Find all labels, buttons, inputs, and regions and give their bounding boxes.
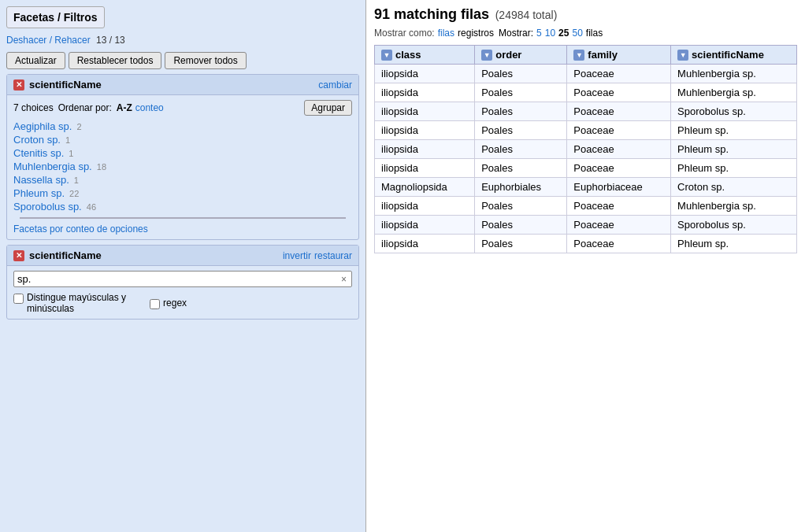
facet-item-link[interactable]: Muhlenbergia sp. — [13, 161, 92, 172]
filter-clear-icon[interactable]: × — [339, 274, 348, 285]
cell-scientificName: Phleum sp. — [671, 235, 797, 253]
facet-1-body: 7 choices Ordenar por: A-Z conteo Agrupa… — [7, 95, 358, 239]
col-label: family — [588, 49, 618, 61]
col-label: order — [495, 49, 521, 61]
facet-item-link[interactable]: Aegiphila sp. — [13, 120, 72, 132]
col-label: class — [395, 49, 421, 61]
facet-1-footer-link[interactable]: Facetas por conteo de opciones — [13, 224, 352, 235]
sort-az-link[interactable]: A-Z — [117, 102, 132, 113]
agrupar-button[interactable]: Agrupar — [304, 100, 352, 116]
facet-item-link[interactable]: Croton sp. — [13, 134, 61, 146]
col-label: scientificName — [692, 49, 764, 61]
facet-list-item: Muhlenbergia sp. 18 — [13, 161, 352, 172]
facet-divider — [20, 217, 346, 219]
panel-title: Facetas / Filtros — [6, 6, 105, 28]
col-filter-icon[interactable]: ▼ — [573, 50, 584, 61]
cell-class: iliopsida — [375, 159, 475, 178]
cell-order: Poales — [475, 83, 567, 102]
facet-item-link[interactable]: Sporobolus sp. — [13, 201, 82, 212]
facet-2-restaurar-link[interactable]: restaurar — [314, 250, 352, 261]
facet-item-link[interactable]: Ctenitis sp. — [13, 147, 64, 159]
facet-1-close[interactable]: ✕ — [13, 79, 24, 91]
cell-order: Poales — [475, 216, 567, 235]
facet-2-header: ✕ scientificName invertir restaurar — [7, 246, 358, 266]
facet-list-item: Aegiphila sp. 2 — [13, 120, 352, 132]
action-buttons: Actualizar Restablecer todos Remover tod… — [6, 52, 359, 69]
remover-button[interactable]: Remover todos — [165, 52, 246, 69]
table-row: iliopsidaPoalesPoaceaeSporobolus sp. — [375, 216, 797, 235]
facet-item-link[interactable]: Nassella sp. — [13, 174, 69, 186]
cell-scientificName: Phleum sp. — [671, 140, 797, 159]
cell-class: iliopsida — [375, 65, 475, 83]
facet-2-body: × Distingue mayúsculas yminúsculas regex — [7, 266, 358, 319]
view-registros-link[interactable]: registros — [458, 28, 494, 39]
col-filter-icon[interactable]: ▼ — [381, 50, 392, 61]
facet-list-item: Phleum sp. 22 — [13, 187, 352, 199]
cell-family: Euphorbiaceae — [567, 178, 671, 197]
facet-2-invert-link[interactable]: invertir — [283, 250, 311, 261]
cell-order: Poales — [475, 197, 567, 216]
cell-family: Poaceae — [567, 102, 671, 121]
show-50-link[interactable]: 50 — [572, 28, 582, 39]
show-5-link[interactable]: 5 — [536, 28, 542, 39]
show-unit: filas — [586, 28, 603, 39]
cell-order: Poales — [475, 235, 567, 253]
cell-class: iliopsida — [375, 197, 475, 216]
cell-family: Poaceae — [567, 159, 671, 178]
facet-list-item: Nassella sp. 1 — [13, 174, 352, 186]
col-filter-icon[interactable]: ▼ — [481, 50, 492, 61]
cell-scientificName: Phleum sp. — [671, 159, 797, 178]
cell-family: Poaceae — [567, 65, 671, 83]
show-25-link[interactable]: 25 — [558, 28, 569, 39]
col-filter-icon[interactable]: ▼ — [677, 50, 688, 61]
facet-item-link[interactable]: Phleum sp. — [13, 187, 65, 199]
filter-input-row[interactable]: × — [13, 271, 352, 287]
sort-conteo-link[interactable]: conteo — [135, 102, 164, 113]
facet-item-count: 1 — [72, 175, 79, 185]
facet-1-list: Aegiphila sp. 2Croton sp. 1Ctenitis sp. … — [13, 120, 352, 212]
actualizar-button[interactable]: Actualizar — [6, 52, 65, 69]
show-10-link[interactable]: 10 — [545, 28, 555, 39]
table-row: iliopsidaPoalesPoaceaeMuhlenbergia sp. — [375, 83, 797, 102]
cell-class: iliopsida — [375, 102, 475, 121]
cell-order: Poales — [475, 140, 567, 159]
facet-item-count: 46 — [84, 202, 96, 212]
cell-order: Poales — [475, 121, 567, 140]
regex-label[interactable]: regex — [150, 297, 187, 309]
filter-input[interactable] — [17, 273, 339, 285]
cell-scientificName: Sporobolus sp. — [671, 102, 797, 121]
case-sensitive-text: Distingue mayúsculas yminúsculas — [27, 292, 126, 314]
table-header-row: ▼class▼order▼family▼scientificName — [375, 46, 797, 65]
cell-family: Poaceae — [567, 197, 671, 216]
cell-class: iliopsida — [375, 121, 475, 140]
case-sensitive-checkbox[interactable] — [13, 294, 24, 304]
col-header-class[interactable]: ▼class — [375, 46, 475, 65]
case-sensitive-label[interactable]: Distingue mayúsculas yminúsculas — [13, 292, 126, 314]
facet-1-change-link[interactable]: cambiar — [318, 79, 352, 91]
undo-redo-link[interactable]: Deshacer / Rehacer 13 / 13 — [6, 35, 125, 46]
cell-scientificName: Phleum sp. — [671, 121, 797, 140]
facet-2-close[interactable]: ✕ — [13, 250, 24, 261]
col-header-order[interactable]: ▼order — [475, 46, 567, 65]
view-options: Mostrar como: filas registros Mostrar: 5… — [374, 28, 797, 39]
view-filas-link[interactable]: filas — [438, 28, 454, 39]
cell-order: Poales — [475, 159, 567, 178]
cell-family: Poaceae — [567, 83, 671, 102]
cell-scientificName: Sporobolus sp. — [671, 216, 797, 235]
facet-1-choices: 7 choices — [13, 102, 54, 113]
col-header-scientificName[interactable]: ▼scientificName — [671, 46, 797, 65]
cell-class: iliopsida — [375, 83, 475, 102]
left-panel: Facetas / Filtros Deshacer / Rehacer 13 … — [0, 0, 366, 532]
col-header-family[interactable]: ▼family — [567, 46, 671, 65]
data-table: ▼class▼order▼family▼scientificName iliop… — [374, 45, 797, 253]
facet-block-1: ✕ scientificName cambiar 7 choices Orden… — [6, 74, 359, 240]
cell-order: Poales — [475, 65, 567, 83]
results-count: 91 matching filas — [374, 6, 489, 22]
cell-scientificName: Croton sp. — [671, 178, 797, 197]
restablecer-button[interactable]: Restablecer todos — [69, 52, 162, 69]
facet-2-title: scientificName — [29, 249, 102, 261]
cell-order: Poales — [475, 102, 567, 121]
view-label: Mostrar como: — [374, 28, 435, 39]
results-header: 91 matching filas (24984 total) — [374, 6, 797, 23]
regex-checkbox[interactable] — [150, 299, 160, 309]
